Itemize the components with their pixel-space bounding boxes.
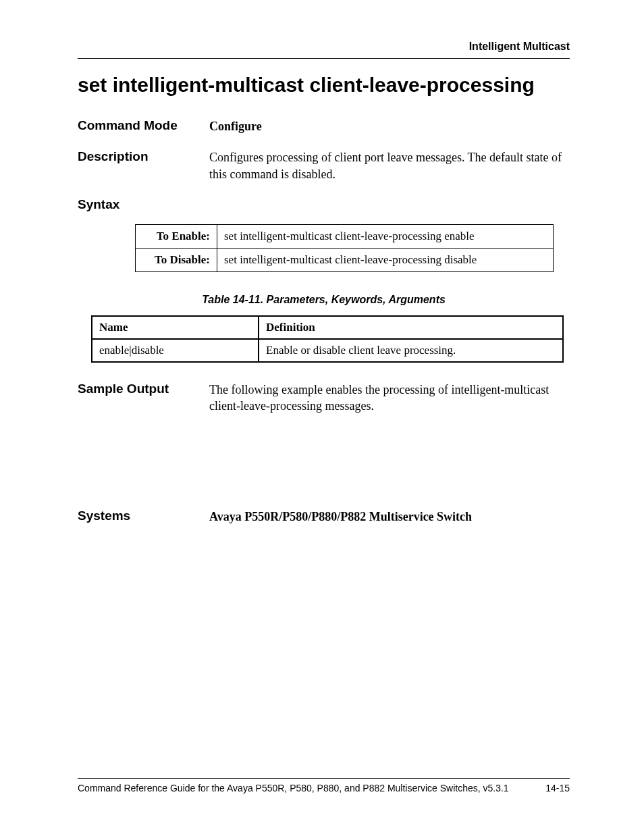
params-cell-definition: Enable or disable client leave processin… <box>259 339 563 362</box>
params-table: Name Definition enable|disable Enable or… <box>91 315 564 363</box>
sample-output-label: Sample Output <box>78 382 209 415</box>
description-row: Description Configures processing of cli… <box>78 149 570 182</box>
table-row: To Enable: set intelligent-multicast cli… <box>136 224 554 248</box>
table-header-row: Name Definition <box>92 316 563 339</box>
command-mode-label: Command Mode <box>78 118 209 134</box>
syntax-row-label: To Disable: <box>136 248 217 271</box>
description-value: Configures processing of client port lea… <box>209 149 570 182</box>
running-header: Intelligent Multicast <box>78 41 570 53</box>
params-header-name: Name <box>92 316 259 339</box>
top-rule <box>78 58 570 59</box>
sample-output-row: Sample Output The following example enab… <box>78 382 570 415</box>
params-header-definition: Definition <box>259 316 563 339</box>
systems-value: Avaya P550R/P580/P880/P882 Multiservice … <box>209 509 570 525</box>
table-caption: Table 14-11. Parameters, Keywords, Argum… <box>78 294 570 306</box>
sample-output-value: The following example enables the proces… <box>209 382 570 415</box>
table-row: enable|disable Enable or disable client … <box>92 339 563 362</box>
syntax-row-label: To Enable: <box>136 224 217 248</box>
footer-rule <box>78 778 570 779</box>
syntax-row-cmd: set intelligent-multicast client-leave-p… <box>217 248 554 271</box>
footer-page-number: 14-15 <box>545 783 570 793</box>
table-row: To Disable: set intelligent-multicast cl… <box>136 248 554 271</box>
systems-row: Systems Avaya P550R/P580/P880/P882 Multi… <box>78 509 570 525</box>
syntax-heading: Syntax <box>78 197 570 212</box>
footer-left: Command Reference Guide for the Avaya P5… <box>78 783 509 793</box>
page-footer: Command Reference Guide for the Avaya P5… <box>78 778 570 793</box>
page-title: set intelligent-multicast client-leave-p… <box>78 74 570 97</box>
command-mode-row: Command Mode Configure <box>78 118 570 134</box>
syntax-row-cmd: set intelligent-multicast client-leave-p… <box>217 224 554 248</box>
systems-label: Systems <box>78 509 209 525</box>
description-label: Description <box>78 149 209 182</box>
syntax-table: To Enable: set intelligent-multicast cli… <box>135 224 554 272</box>
params-cell-name: enable|disable <box>92 339 259 362</box>
command-mode-value: Configure <box>209 118 570 134</box>
